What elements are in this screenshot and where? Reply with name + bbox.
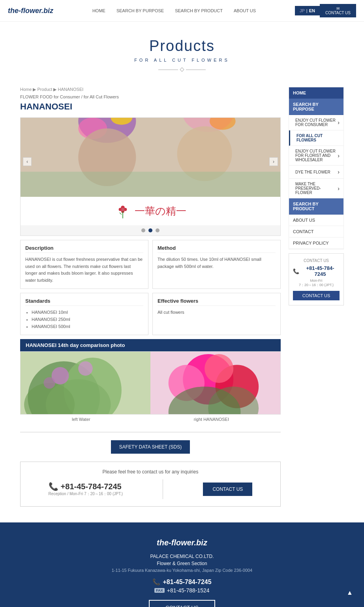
hero-section: Products FOR ALL CUT FLOWERS xyxy=(0,22,364,87)
carousel-next-button[interactable]: › xyxy=(269,157,278,166)
top-navigation: the-flower.biz HOME SEARCH BY PURPOSE SE… xyxy=(0,0,364,22)
standards-card: Standards HANANOSEI 10ml HANANOSEI 250ml… xyxy=(20,293,148,335)
breadcrumb-current: HANANOSEI xyxy=(58,87,84,92)
sidebar-about-us[interactable]: ABOUT US xyxy=(289,215,343,226)
sidebar-for-all-cut[interactable]: FOR ALL CUT FLOWERS xyxy=(289,130,343,146)
flower-scene-bg xyxy=(21,118,280,197)
svg-point-13 xyxy=(121,208,124,211)
nav-contact-button[interactable]: ✉ CONTACT US xyxy=(320,4,356,17)
lang-en[interactable]: EN xyxy=(309,8,315,13)
nav-home[interactable]: HOME xyxy=(92,8,105,13)
carousel-dot-2[interactable] xyxy=(148,228,152,232)
content-area: Home ▶ Product ▶ HANANOSEI FLOWER FOOD f… xyxy=(20,87,281,507)
effective-text: All cut flowers xyxy=(158,309,276,316)
contact-inline-row: 📞 +81-45-784-7245 Reception / Mon-Fri 7：… xyxy=(28,479,272,499)
contact-inline-button[interactable]: CONTACT US xyxy=(203,483,252,496)
product-carousel: ‹ › 一華の精一 xyxy=(20,117,281,236)
carousel-logo-slide: 一華の精一 xyxy=(21,197,280,225)
brand-jp-text: 一華の精一 xyxy=(135,204,186,218)
description-title: Description xyxy=(25,245,143,253)
footer-dept: Flower & Green Section xyxy=(8,561,356,566)
sds-button[interactable]: SAFETY DATA SHEET (SDS) xyxy=(111,440,190,454)
vertical-divider xyxy=(163,479,163,499)
footer-contact-button[interactable]: CONTACT US xyxy=(149,600,215,607)
sidebar: HOME SEARCH BY PURPOSE ENJOY CUT FLOWER … xyxy=(289,87,344,507)
sidebar-search-purpose[interactable]: SEARCH BY PURPOSE xyxy=(289,99,343,115)
method-card: Method The dilution 50 times. Use 10ml o… xyxy=(152,240,281,289)
effective-title: Effective flowers xyxy=(158,298,276,306)
main-wrapper: Home ▶ Product ▶ HANANOSEI FLOWER FOOD f… xyxy=(12,87,352,522)
divider-diamond xyxy=(180,67,184,72)
comparison-header: HANANOSEI 14th day comparison photo xyxy=(20,339,281,351)
footer-phone-icon: 📞 xyxy=(152,578,160,586)
hero-divider xyxy=(8,68,356,71)
breadcrumb: Home ▶ Product ▶ HANANOSEI xyxy=(20,87,281,92)
phone-block: 📞 +81-45-784-7245 Reception / Mon-Fri 7：… xyxy=(49,482,123,497)
carousel-dots xyxy=(21,225,280,236)
sidebar-hours: Mon-Fri 7：20～16：00 (JPT.) xyxy=(293,279,340,288)
sidebar-enjoy-florist[interactable]: ENJOY CUT FLOWER FOR FLORIST AND WHOLESA… xyxy=(289,146,343,166)
inline-phone-number: 📞 +81-45-784-7245 xyxy=(49,482,122,491)
site-logo[interactable]: the-flower.biz xyxy=(8,7,53,15)
contact-inline-message: Please feel free to contact us for any i… xyxy=(28,469,272,475)
page-subtitle: FOR ALL CUT FLOWERS xyxy=(8,58,356,62)
standard-item-1: HANANOSEI 10ml xyxy=(32,309,143,316)
sidebar-enjoy-consumer[interactable]: ENJOY CUT FLOWER FOR CONSUMER xyxy=(289,115,343,130)
svg-point-22 xyxy=(78,361,93,376)
description-text: HANANOSEI is cut flower freshness preser… xyxy=(25,256,143,284)
carousel-main-image xyxy=(21,118,280,197)
lang-contact-area: JP | EN ✉ CONTACT US xyxy=(295,4,356,17)
comparison-image xyxy=(20,351,281,415)
nav-search-product[interactable]: SEARCH BY PRODUCT xyxy=(175,8,223,13)
footer-fax: FAX +81-45-788-1524 xyxy=(8,587,356,594)
lang-jp[interactable]: JP xyxy=(300,8,305,13)
standard-item-3: HANANOSEI 500ml xyxy=(32,323,143,330)
contact-inline-section: Please feel free to contact us for any i… xyxy=(20,462,281,507)
standards-list: HANANOSEI 10ml HANANOSEI 250ml HANANOSEI… xyxy=(25,309,143,330)
nav-search-purpose[interactable]: SEARCH BY PURPOSE xyxy=(116,8,164,13)
product-category: FLOWER FOOD for Consumer / for All Cut F… xyxy=(20,94,281,99)
carousel-dot-3[interactable] xyxy=(156,228,159,232)
phone-icon: 📞 xyxy=(49,482,58,491)
carousel-prev-button[interactable]: ‹ xyxy=(23,157,32,166)
sidebar-dye-flower[interactable]: DYE THE FLOWER xyxy=(289,166,343,179)
nav-contact-label: CONTACT US xyxy=(325,11,351,15)
language-switcher[interactable]: JP | EN xyxy=(295,6,320,15)
sidebar-privacy[interactable]: PRIVACY POLICY xyxy=(289,238,343,249)
breadcrumb-home[interactable]: Home xyxy=(20,87,32,92)
description-card: Description HANANOSEI is cut flower fres… xyxy=(20,240,148,289)
sidebar-phone-icon: 📞 xyxy=(293,268,299,274)
comparison-labels: left Water right HANANOSEI xyxy=(20,415,281,424)
hananosei-brand-logo: 一華の精一 xyxy=(115,203,186,219)
sidebar-contact-card: CONTACT US 📞 +81-45-784-7245 Mon-Fri 7：2… xyxy=(289,253,344,305)
sidebar-phone: 📞 +81-45-784-7245 xyxy=(293,265,340,277)
nav-contact-icon: ✉ xyxy=(336,6,340,11)
sidebar-home[interactable]: HOME xyxy=(289,87,343,99)
product-name: HANANOSEI xyxy=(20,102,281,112)
comparison-section: HANANOSEI 14th day comparison photo xyxy=(20,339,281,424)
svg-point-23 xyxy=(43,377,55,389)
footer-company: PALACE CHEMICAL CO.LTD. xyxy=(8,554,356,559)
standards-title: Standards xyxy=(25,298,143,306)
product-info-grid: Description HANANOSEI is cut flower fres… xyxy=(20,240,281,335)
sidebar-contact[interactable]: CONTACT xyxy=(289,226,343,238)
label-right-hananosei: right HANANOSEI xyxy=(194,417,229,422)
breadcrumb-product[interactable]: Product xyxy=(37,87,52,92)
page-title: Products xyxy=(8,38,356,55)
footer: the-flower.biz PALACE CHEMICAL CO.LTD. F… xyxy=(0,522,364,607)
effective-card: Effective flowers All cut flowers xyxy=(152,293,281,335)
sidebar-search-product[interactable]: SEARCH BY PRODUCT xyxy=(289,198,343,215)
footer-phone: 📞 +81-45-784-7245 xyxy=(8,578,356,586)
svg-point-28 xyxy=(205,354,233,383)
sidebar-menu: HOME SEARCH BY PURPOSE ENJOY CUT FLOWER … xyxy=(289,87,344,249)
scroll-to-top-button[interactable]: ▲ xyxy=(343,586,356,599)
footer-address: 1-11-15 Fukuura Kanazawa-ku Yokohama-shi… xyxy=(8,568,356,573)
sidebar-contact-button[interactable]: CONTACT US xyxy=(293,291,340,300)
sidebar-make-preserved[interactable]: MAKE THE PRESERVED-FLOWER xyxy=(289,179,343,198)
standard-item-2: HANANOSEI 250ml xyxy=(32,316,143,323)
label-left-water: left Water xyxy=(72,417,90,422)
carousel-dot-1[interactable] xyxy=(141,228,145,232)
method-text: The dilution 50 times. Use 10ml of HANAN… xyxy=(158,256,276,270)
nav-about-us[interactable]: ABOUT US xyxy=(234,8,256,13)
fax-badge: FAX xyxy=(154,588,165,593)
